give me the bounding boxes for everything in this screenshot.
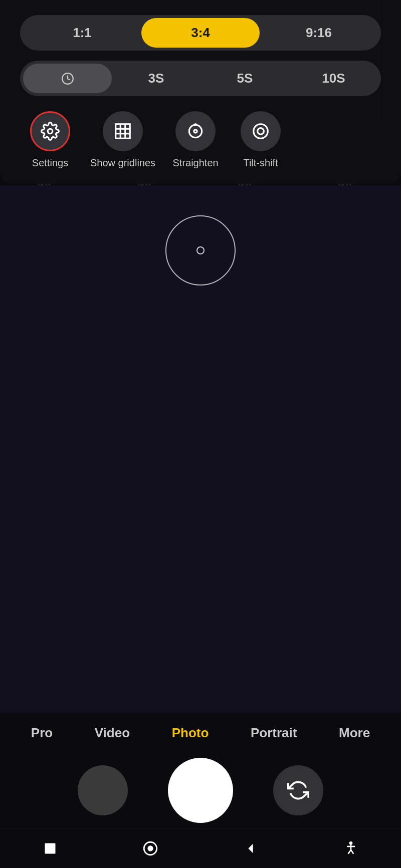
svg-point-7 (189, 125, 202, 137)
grid-icon (113, 122, 132, 141)
nav-back-button[interactable] (238, 836, 263, 861)
tools-row: Settings Show gridlines (20, 111, 381, 169)
svg-point-11 (258, 128, 264, 135)
focus-dot (196, 246, 205, 254)
camera-viewfinder[interactable] (0, 185, 401, 753)
nav-home-button[interactable] (138, 836, 163, 861)
home-circle-icon (142, 840, 159, 857)
nav-stop-button[interactable] (38, 836, 63, 861)
settings-tool[interactable]: Settings (25, 111, 75, 169)
aspect-ratio-1-1[interactable]: 1:1 (23, 18, 141, 48)
mode-video[interactable]: Video (87, 720, 137, 746)
svg-marker-15 (248, 843, 253, 853)
accessibility-icon (343, 840, 359, 856)
svg-point-16 (350, 842, 352, 844)
aspect-ratio-3-4[interactable]: 3:4 (141, 18, 260, 48)
timer-selector: 3S 5S 10S (20, 61, 381, 96)
timer-off-button[interactable] (23, 64, 112, 93)
straighten-tool[interactable]: Straighten (170, 111, 221, 169)
gear-icon (41, 122, 60, 141)
nav-accessibility-button[interactable] (338, 836, 363, 861)
focus-circle[interactable] (165, 215, 236, 285)
svg-line-20 (351, 849, 353, 853)
timer-10s-button[interactable]: 10S (289, 64, 378, 93)
svg-point-10 (254, 124, 268, 139)
mode-pro[interactable]: Pro (24, 720, 60, 746)
back-icon (244, 841, 258, 855)
straighten-label: Straighten (172, 157, 218, 169)
timer-5s-button[interactable]: 5S (200, 64, 289, 93)
stop-icon (43, 841, 57, 855)
svg-point-14 (148, 846, 153, 850)
camera-controls (0, 753, 401, 828)
top-settings-panel: 1:1 3:4 9:16 3S 5S 10S Settings (0, 0, 401, 184)
camera-mode-bar: Pro Video Photo Portrait More (0, 713, 401, 753)
settings-icon-circle (30, 111, 70, 151)
tiltshift-tool[interactable]: Tilt-shift (236, 111, 286, 169)
svg-rect-12 (45, 843, 56, 853)
mode-photo[interactable]: Photo (164, 720, 217, 746)
aspect-ratio-9-16[interactable]: 9:16 (260, 18, 378, 48)
mode-more[interactable]: More (331, 720, 377, 746)
tiltshift-icon-circle (241, 111, 281, 151)
gridlines-tool[interactable]: Show gridlines (90, 111, 155, 169)
svg-rect-2 (116, 124, 130, 139)
svg-point-8 (194, 130, 197, 133)
straighten-icon-circle (175, 111, 216, 151)
gridlines-label: Show gridlines (90, 157, 155, 169)
thumbnail-preview[interactable] (78, 765, 128, 815)
shutter-button[interactable] (168, 758, 233, 823)
tiltshift-label: Tilt-shift (243, 157, 278, 169)
flip-camera-button[interactable] (273, 765, 323, 815)
clock-icon (61, 72, 74, 85)
straighten-icon (186, 122, 205, 141)
tiltshift-icon (251, 122, 270, 141)
gridlines-icon-circle (103, 111, 143, 151)
settings-label: Settings (32, 157, 68, 169)
system-nav-bar (0, 828, 401, 868)
flip-camera-icon (287, 779, 309, 801)
aspect-ratio-selector: 1:1 3:4 9:16 (20, 15, 381, 51)
svg-point-1 (48, 129, 53, 134)
timer-3s-button[interactable]: 3S (112, 64, 200, 93)
mode-portrait[interactable]: Portrait (243, 720, 304, 746)
